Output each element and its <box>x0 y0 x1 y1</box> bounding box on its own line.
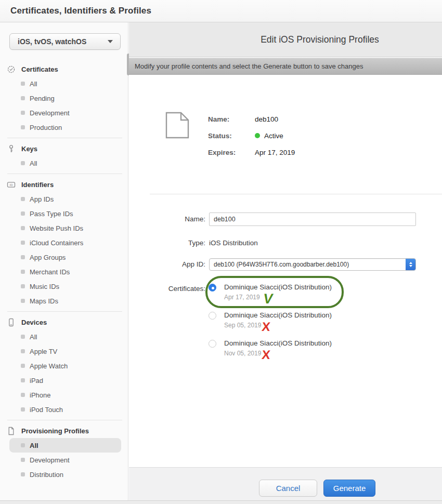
bullet-icon <box>21 364 25 368</box>
app-header: Certificates, Identifiers & Profiles <box>0 0 442 22</box>
sidebar-item-apple-tv[interactable]: Apple TV <box>0 344 128 359</box>
sidebar-section-label: Devices <box>21 319 47 326</box>
chevron-down-icon <box>108 40 113 43</box>
sidebar-item-label: All <box>30 442 38 449</box>
summary-status-label: Status: <box>208 132 255 140</box>
certificate-radio[interactable] <box>209 340 216 348</box>
certificate-radio[interactable] <box>209 312 216 320</box>
sidebar-nav: Certificates All Pending Development Pro… <box>0 62 128 482</box>
sidebar-item-label: Development <box>30 109 70 117</box>
platform-selector-label: iOS, tvOS, watchOS <box>18 37 86 46</box>
red-cross-annotation: X <box>262 323 270 330</box>
page-title: Edit iOS Provisioning Profiles <box>261 34 379 45</box>
sidebar-item-app-ids[interactable]: App IDs <box>0 192 128 206</box>
bullet-icon <box>21 241 25 245</box>
sidebar-item-app-groups[interactable]: App Groups <box>0 250 128 264</box>
certificate-date: Apr 17, 2019 <box>224 294 260 301</box>
sidebar-item-profiles-distribution[interactable]: Distribution <box>0 467 128 482</box>
sidebar-item-icloud-containers[interactable]: iCloud Containers <box>0 235 128 250</box>
bullet-icon <box>21 82 25 86</box>
sidebar-item-apple-watch[interactable]: Apple Watch <box>0 359 128 373</box>
status-badge: Active <box>264 132 283 140</box>
sidebar-item-label: Maps IDs <box>30 297 58 305</box>
sidebar-item-label: App Groups <box>30 254 66 261</box>
sidebar-item-profiles-development[interactable]: Development <box>0 453 128 467</box>
bullet-icon <box>21 299 25 303</box>
sidebar-item-label: Development <box>30 456 70 464</box>
sidebar-section-certificates: Certificates <box>0 62 128 76</box>
sidebar-section-keys: Keys <box>0 141 128 156</box>
bullet-icon <box>21 349 25 353</box>
certificate-option-1: Dominique Siacci(iOS Distribution) Apr 1… <box>209 283 332 301</box>
certificates-field-label: Certificates: <box>129 285 205 293</box>
bullet-icon <box>21 270 25 274</box>
sidebar-divider <box>7 420 122 420</box>
bullet-icon <box>21 255 25 259</box>
footer-bar: Cancel Generate <box>129 467 442 500</box>
notice-bar: Modify your profile contents and select … <box>129 58 442 75</box>
cancel-button[interactable]: Cancel <box>259 480 317 497</box>
sidebar-item-label: Apple Watch <box>30 362 68 370</box>
sidebar-item-label: Merchant IDs <box>30 268 70 276</box>
sidebar-item-website-push-ids[interactable]: Website Push IDs <box>0 221 128 235</box>
mobile-device-icon <box>7 318 16 327</box>
sidebar-item-label: Distribution <box>30 471 63 479</box>
app-title: Certificates, Identifiers & Profiles <box>10 6 151 16</box>
app-id-select[interactable]: deb100 (P64W35H7T6.com.goodbarber.deb100… <box>209 258 416 271</box>
sidebar-item-label: Pending <box>30 95 55 102</box>
chevron-up-icon <box>409 262 412 264</box>
sidebar-item-iphone[interactable]: iPhone <box>0 388 128 402</box>
bullet-icon <box>21 284 25 288</box>
green-check-annotation: V <box>263 295 273 302</box>
sidebar-item-music-ids[interactable]: Music IDs <box>0 279 128 294</box>
sidebar-item-keys-all[interactable]: All <box>0 156 128 170</box>
sidebar-item-label: iCloud Containers <box>30 239 83 247</box>
sidebar-item-maps-ids[interactable]: Maps IDs <box>0 294 128 308</box>
sidebar-item-pass-type-ids[interactable]: Pass Type IDs <box>0 206 128 221</box>
sidebar-section-identifiers: ID Identifiers <box>0 177 128 192</box>
bullet-icon <box>21 443 25 447</box>
sidebar-item-label: Music IDs <box>30 283 59 290</box>
bullet-icon <box>21 226 25 230</box>
profile-document-icon <box>165 112 189 139</box>
summary-name-value: deb100 <box>255 115 278 123</box>
certificate-option-text: Dominique Siacci(iOS Distribution) Apr 1… <box>219 283 332 301</box>
certificate-radio-selected[interactable] <box>209 284 216 291</box>
sidebar-item-certificates-pending[interactable]: Pending <box>0 91 128 105</box>
notice-text: Modify your profile contents and select … <box>135 62 363 70</box>
platform-selector[interactable]: iOS, tvOS, watchOS <box>9 33 121 50</box>
sidebar-section-label: Certificates <box>21 65 58 73</box>
main-panel: Edit iOS Provisioning Profiles Modify yo… <box>129 22 442 500</box>
bullet-icon <box>21 472 25 476</box>
name-input[interactable] <box>209 213 416 226</box>
sidebar-item-certificates-development[interactable]: Development <box>0 105 128 120</box>
type-field-label: Type: <box>129 239 205 247</box>
sidebar-item-label: App IDs <box>30 195 54 203</box>
bullet-icon <box>21 407 25 412</box>
sidebar-item-label: Apple TV <box>30 348 57 355</box>
sidebar-item-label: All <box>30 160 37 167</box>
sidebar-item-devices-all[interactable]: All <box>0 329 128 344</box>
app-id-field-label: App ID: <box>129 260 205 268</box>
bullet-icon <box>21 125 25 129</box>
status-dot-icon <box>255 133 260 138</box>
id-badge-icon: ID <box>7 180 16 189</box>
key-icon <box>7 144 16 153</box>
sidebar-section-devices: Devices <box>0 315 128 329</box>
chevron-down-icon <box>409 265 412 267</box>
generate-button[interactable]: Generate <box>323 480 375 497</box>
certificate-date: Sep 05, 2019 <box>224 322 261 329</box>
certificate-option-3: Dominique Siacci(iOS Distribution) Nov 0… <box>209 339 332 357</box>
bullet-icon <box>21 378 25 382</box>
summary-expires-label: Expires: <box>208 149 255 156</box>
sidebar-item-ipad[interactable]: iPad <box>0 373 128 388</box>
sidebar-item-profiles-all[interactable]: All <box>9 438 121 453</box>
summary-row-expires: Expires: Apr 17, 2019 <box>208 147 295 157</box>
sidebar-item-certificates-all[interactable]: All <box>0 76 128 91</box>
sidebar-item-ipod-touch[interactable]: iPod Touch <box>0 402 128 417</box>
sidebar-item-label: iPad <box>30 377 43 384</box>
certificate-seal-icon <box>7 65 16 74</box>
sidebar-item-merchant-ids[interactable]: Merchant IDs <box>0 264 128 279</box>
bullet-icon <box>21 161 25 165</box>
sidebar-item-certificates-production[interactable]: Production <box>0 120 128 135</box>
